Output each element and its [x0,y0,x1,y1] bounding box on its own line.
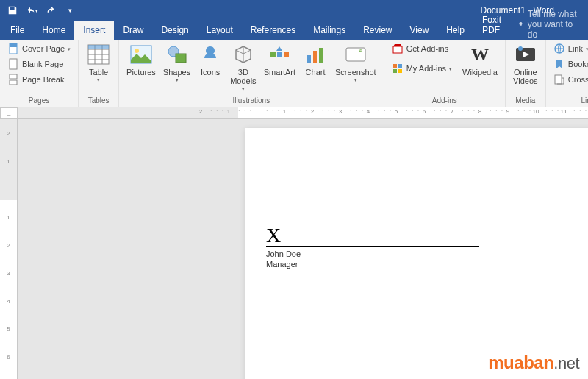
smartart-button[interactable]: SmartArt [261,41,298,77]
page-break-icon [7,74,19,85]
watermark: muaban.net [488,353,579,373]
tab-home[interactable]: Home [33,21,74,40]
tab-design[interactable]: Design [152,21,197,40]
group-addins: Get Add-ins My Add-ins ▾ WWikipedia Add-… [384,40,506,107]
svg-rect-3 [10,74,17,79]
signature-x: X [266,224,479,247]
svg-rect-22 [346,48,365,61]
group-label-addins: Add-ins [389,95,501,107]
svg-rect-2 [10,59,17,69]
icons-button[interactable]: Icons [195,41,226,77]
blank-page-icon [7,58,19,70]
page-break-button[interactable]: Page Break [4,72,74,87]
signer-title: Manager [266,260,479,269]
svg-point-13 [135,49,139,53]
svg-rect-21 [319,48,323,63]
store-icon [392,43,404,54]
wikipedia-icon: W [468,43,492,66]
tab-mailings[interactable]: Mailings [304,21,354,40]
get-addins-button[interactable]: Get Add-ins [389,41,455,56]
cover-page-button[interactable]: Cover Page ▾ [4,41,74,56]
tab-references[interactable]: References [242,21,304,40]
3d-models-button[interactable]: 3D Models▾ [227,41,259,92]
undo-icon [25,5,35,15]
tab-selector[interactable]: ∟ [0,107,18,119]
workspace: ∟ 211234567891011 21123456 X John Doe Ma… [0,107,588,379]
tell-me-search[interactable]: Tell me what you want to do [511,9,588,40]
cross-reference-button[interactable]: Cross-reference [551,72,588,87]
quick-access-toolbar: ▾ ▾ [4,2,78,18]
tab-layout[interactable]: Layout [198,21,242,40]
tab-file[interactable]: File [1,21,33,40]
signature-line[interactable]: X John Doe Manager [266,224,479,269]
group-links: Link ▾ Bookmark Cross-reference Links [546,40,588,107]
crossref-icon [553,74,565,85]
svg-rect-18 [284,52,289,57]
svg-rect-15 [176,54,186,63]
svg-rect-17 [277,52,282,57]
pictures-button[interactable]: Pictures [123,41,159,77]
shapes-button[interactable]: Shapes▾ [160,41,193,83]
svg-rect-11 [88,45,109,49]
qat-customize[interactable]: ▾ [62,2,78,18]
signature-underline [266,246,479,247]
addins-icon [392,63,404,74]
tab-view[interactable]: View [401,21,438,40]
group-label-tables: Tables [83,95,114,107]
group-label-links: Links [551,95,588,107]
bookmark-button[interactable]: Bookmark [551,57,588,71]
svg-point-31 [518,46,523,51]
table-button[interactable]: Table▾ [83,41,114,83]
group-illustrations: Pictures Shapes▾ Icons 3D Models▾ SmartA… [119,40,384,107]
svg-rect-16 [270,52,276,57]
my-addins-button[interactable]: My Add-ins ▾ [389,61,455,76]
svg-text:+: + [359,48,362,53]
table-icon [87,43,110,66]
group-media: Online Videos Media [506,40,546,107]
signer-name: John Doe [266,249,479,258]
blank-page-button[interactable]: Blank Page [4,57,74,71]
screenshot-button[interactable]: +Screenshot▾ [332,41,379,83]
ribbon-tabs: File Home Insert Draw Design Layout Refe… [0,21,588,40]
video-icon [514,43,537,66]
wikipedia-button[interactable]: WWikipedia [459,41,501,77]
screenshot-icon: + [344,43,368,66]
bookmark-icon [553,58,565,70]
redo-button[interactable] [43,2,59,18]
save-icon [7,5,18,15]
horizontal-ruler[interactable]: 211234567891011 [18,107,588,119]
link-icon [553,43,565,54]
svg-rect-26 [393,64,397,68]
3d-models-icon [232,43,255,66]
tab-foxit-pdf[interactable]: Foxit PDF [473,11,511,40]
svg-rect-1 [10,43,17,47]
svg-rect-28 [393,69,397,73]
group-label-media: Media [510,95,541,107]
text-cursor [487,283,487,294]
tab-insert[interactable]: Insert [74,21,114,40]
ribbon: Cover Page ▾ Blank Page Page Break Pages… [0,40,588,107]
svg-rect-20 [313,51,317,63]
tab-review[interactable]: Review [354,21,401,40]
group-label-pages: Pages [4,95,74,107]
icons-icon [198,43,222,66]
smartart-icon [268,43,291,66]
lightbulb-icon [518,19,523,29]
tab-help[interactable]: Help [437,21,473,40]
svg-rect-19 [307,55,311,63]
redo-icon [46,5,56,15]
shapes-icon [165,43,189,66]
page[interactable]: X John Doe Manager [245,128,588,379]
document-canvas[interactable]: X John Doe Manager [18,119,588,379]
undo-button[interactable]: ▾ [24,2,40,18]
vertical-ruler[interactable]: 21123456 [0,119,18,379]
svg-rect-29 [398,69,402,73]
tab-draw[interactable]: Draw [114,21,152,40]
chart-button[interactable]: Chart [300,41,331,77]
save-button[interactable] [4,2,21,18]
svg-rect-27 [398,64,402,68]
online-videos-button[interactable]: Online Videos [510,41,541,85]
svg-rect-25 [393,46,402,53]
link-button[interactable]: Link ▾ [551,41,588,56]
chart-icon [304,43,327,66]
